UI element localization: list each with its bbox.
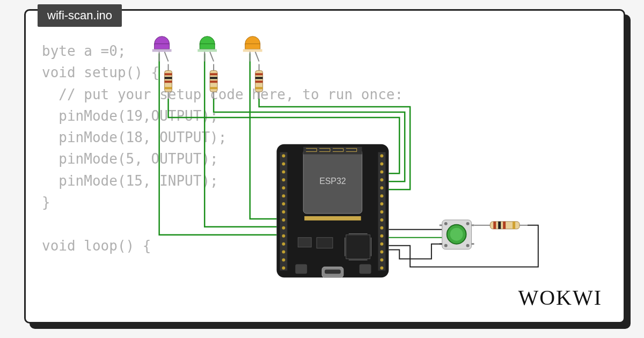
svg-rect-95 [490, 222, 519, 229]
svg-rect-96 [493, 222, 496, 229]
code-line: byte a =0; [42, 43, 126, 59]
svg-point-67 [380, 259, 383, 262]
svg-rect-99 [513, 222, 515, 229]
svg-rect-78 [322, 267, 343, 277]
code-line: void setup() { [42, 64, 159, 80]
svg-point-89 [466, 244, 470, 247]
code-line: pinMode(18, OUTPUT); [42, 129, 226, 145]
svg-rect-81 [360, 264, 371, 274]
svg-rect-80 [295, 264, 307, 274]
svg-rect-97 [498, 222, 501, 229]
resistor-icon [490, 222, 528, 229]
svg-point-88 [444, 244, 448, 247]
wokwi-logo: WOKWI [518, 285, 602, 310]
code-line: pinMode(15, INPUT); [42, 173, 218, 189]
code-line: } [42, 194, 50, 210]
svg-rect-83 [442, 220, 472, 249]
code-line: // put your setup code here, to run once… [42, 86, 403, 102]
svg-point-68 [380, 266, 383, 269]
code-line: void loop() { [42, 238, 151, 254]
svg-point-85 [450, 228, 463, 241]
filename-tab[interactable]: wifi-scan.ino [38, 4, 122, 27]
main-frame: byte a =0; void setup() { // put your se… [24, 9, 625, 324]
svg-point-87 [466, 222, 470, 225]
svg-rect-98 [503, 222, 506, 229]
code-editor: byte a =0; void setup() { // put your se… [42, 40, 403, 256]
svg-point-53 [282, 266, 285, 269]
svg-point-52 [282, 259, 285, 262]
pushbutton-icon [440, 220, 474, 249]
code-line: pinMode(5, OUTPUT); [42, 151, 218, 167]
filename-label: wifi-scan.ino [47, 9, 112, 22]
code-line: pinMode(19,OUTPUT); [42, 108, 218, 124]
svg-point-86 [444, 222, 448, 225]
svg-point-84 [447, 225, 466, 244]
svg-rect-79 [325, 269, 341, 274]
